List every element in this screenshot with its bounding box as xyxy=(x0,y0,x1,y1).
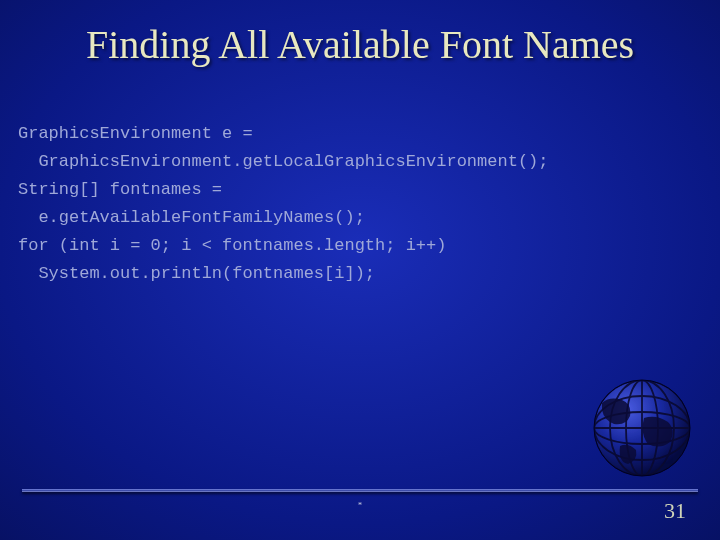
slide-title: Finding All Available Font Names xyxy=(0,0,720,68)
code-block: GraphicsEnvironment e = GraphicsEnvironm… xyxy=(18,92,702,288)
footer-mark: * xyxy=(358,501,362,510)
page-number: 31 xyxy=(664,498,686,524)
code-line: System.out.println(fontnames[i]); xyxy=(18,264,375,283)
footer-divider xyxy=(22,489,698,492)
code-line: for (int i = 0; i < fontnames.length; i+… xyxy=(18,236,446,255)
code-line: String[] fontnames = xyxy=(18,180,222,199)
code-line: GraphicsEnvironment.getLocalGraphicsEnvi… xyxy=(18,152,549,171)
globe-icon xyxy=(582,368,702,488)
code-line: e.getAvailableFontFamilyNames(); xyxy=(18,208,365,227)
code-line: GraphicsEnvironment e = xyxy=(18,124,253,143)
